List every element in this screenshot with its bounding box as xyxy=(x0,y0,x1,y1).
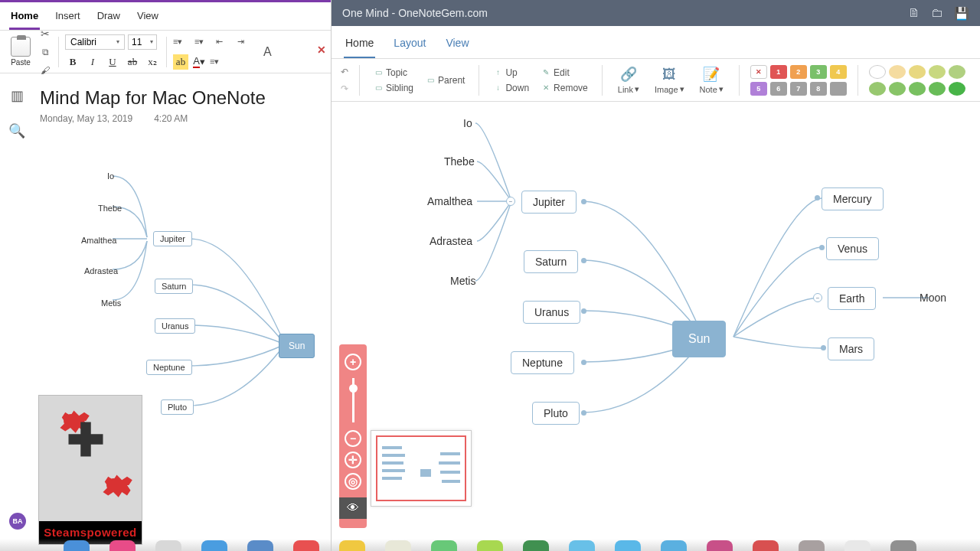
onemind-tab-home[interactable]: Home xyxy=(344,32,375,58)
dock-app[interactable] xyxy=(431,540,457,551)
node-mars[interactable]: Mars xyxy=(828,337,874,360)
outdent-button[interactable]: ⇤ xyxy=(216,34,234,50)
document-icon[interactable]: 🗎 xyxy=(908,6,920,21)
progress-clear[interactable] xyxy=(869,65,886,79)
priority-5[interactable]: 5 xyxy=(750,82,767,96)
font-color-button[interactable]: A▾ xyxy=(191,54,207,70)
dock-app[interactable] xyxy=(293,540,319,551)
dock-app[interactable] xyxy=(339,540,365,551)
dock-app[interactable] xyxy=(615,540,641,551)
minimap-toggle-button[interactable]: 👁 xyxy=(339,497,367,519)
zoom-fit-button[interactable]: ✛ xyxy=(345,452,361,468)
tab-view[interactable]: View xyxy=(136,7,160,30)
steamspowered-widget[interactable]: Steamspowered xyxy=(38,395,142,545)
progress-cell[interactable] xyxy=(909,65,926,79)
collapse-toggle[interactable]: − xyxy=(506,197,515,206)
priority-2[interactable]: 2 xyxy=(790,65,807,79)
strikethrough-button[interactable]: ab xyxy=(125,54,140,70)
up-button[interactable]: ↑Up xyxy=(490,67,532,79)
folder-icon[interactable]: 🗀 xyxy=(931,6,943,21)
highlight-button[interactable]: ab xyxy=(173,54,188,70)
subscript-button[interactable]: x₂ xyxy=(145,54,160,70)
dock-app[interactable] xyxy=(569,540,595,551)
user-avatar[interactable]: BA xyxy=(9,513,26,530)
priority-8[interactable]: 8 xyxy=(810,82,827,96)
zoom-in-button[interactable]: + xyxy=(345,354,361,370)
progress-cell[interactable] xyxy=(889,65,906,79)
progress-done[interactable] xyxy=(949,82,965,96)
leaf-thebe[interactable]: Thebe xyxy=(444,155,475,168)
onenote-mindmap-image[interactable]: Io Thebe Amalthea Adrastea Metis Jupiter… xyxy=(40,138,300,429)
leaf-amalthea[interactable]: Amalthea xyxy=(427,195,472,207)
down-button[interactable]: ↓Down xyxy=(490,82,532,94)
search-icon[interactable]: 🔍 xyxy=(8,122,25,139)
page-title[interactable]: Mind Map for Mac OneNote xyxy=(40,87,322,109)
zoom-slider-thumb[interactable] xyxy=(349,384,358,393)
dock-app[interactable] xyxy=(385,540,411,551)
priority-9[interactable] xyxy=(830,82,847,96)
dock-app[interactable] xyxy=(844,540,871,551)
dock-app[interactable] xyxy=(109,540,136,551)
dock-app[interactable] xyxy=(523,540,549,551)
dock-app[interactable] xyxy=(477,540,503,551)
node-uranus[interactable]: Uranus xyxy=(523,301,580,324)
paste-button[interactable]: Paste xyxy=(6,35,35,68)
edit-button[interactable]: ✎Edit xyxy=(538,67,591,79)
bold-button[interactable]: B xyxy=(65,54,80,70)
priority-clear[interactable]: ✕ xyxy=(750,65,767,79)
remove-button[interactable]: ✕Remove xyxy=(538,82,591,94)
styles-button[interactable]: A xyxy=(263,45,272,59)
minimap-viewport[interactable] xyxy=(376,435,466,501)
dock-app[interactable] xyxy=(201,540,227,551)
dock-app[interactable] xyxy=(247,540,273,551)
collapse-toggle[interactable]: − xyxy=(813,293,822,302)
zoom-out-button[interactable]: − xyxy=(345,430,361,447)
node-earth[interactable]: Earth xyxy=(828,287,876,310)
progress-cell[interactable] xyxy=(929,82,946,96)
leaf-adrastea[interactable]: Adrastea xyxy=(430,235,472,247)
font-family-select[interactable]: Calibri▾ xyxy=(65,34,125,50)
underline-button[interactable]: U xyxy=(105,54,120,70)
node-jupiter[interactable]: Jupiter xyxy=(521,191,577,214)
align-button[interactable]: ≡▾ xyxy=(210,54,228,70)
progress-cell[interactable] xyxy=(929,65,946,79)
node-mercury[interactable]: Mercury xyxy=(822,187,884,210)
topic-button[interactable]: ▭Topic xyxy=(371,67,416,79)
progress-cell[interactable] xyxy=(909,82,926,96)
sibling-button[interactable]: ▭Sibling xyxy=(371,82,416,94)
minimap-panel[interactable] xyxy=(371,430,472,507)
dock-app[interactable] xyxy=(155,540,181,551)
leaf-metis[interactable]: Metis xyxy=(450,275,475,287)
numbered-list-button[interactable]: ≡▾ xyxy=(194,34,213,50)
italic-button[interactable]: I xyxy=(85,54,100,70)
priority-1[interactable]: 1 xyxy=(770,65,787,79)
onemind-tab-view[interactable]: View xyxy=(444,32,470,58)
parent-button[interactable]: ▭Parent xyxy=(423,74,468,86)
priority-6[interactable]: 6 xyxy=(770,82,787,96)
bullet-list-button[interactable]: ≡▾ xyxy=(173,34,191,50)
link-button[interactable]: 🔗Link ▾ xyxy=(613,66,644,94)
priority-4[interactable]: 4 xyxy=(830,65,847,79)
redo-icon[interactable]: ↷ xyxy=(341,83,348,94)
indent-button[interactable]: ⇥ xyxy=(237,34,256,50)
leaf-moon[interactable]: Moon xyxy=(920,292,946,304)
dock-app[interactable] xyxy=(64,540,90,551)
image-button[interactable]: 🖼Image ▾ xyxy=(650,66,689,94)
priority-3[interactable]: 3 xyxy=(810,65,827,79)
node-venus[interactable]: Venus xyxy=(826,237,879,260)
node-pluto[interactable]: Pluto xyxy=(532,402,580,425)
node-saturn[interactable]: Saturn xyxy=(524,250,578,273)
tab-home[interactable]: Home xyxy=(9,7,40,30)
tab-draw[interactable]: Draw xyxy=(96,7,122,30)
notebooks-icon[interactable]: ▥ xyxy=(11,87,24,104)
tab-insert[interactable]: Insert xyxy=(54,7,82,30)
dock-app[interactable] xyxy=(707,540,733,551)
dock-app[interactable] xyxy=(799,540,825,551)
font-size-select[interactable]: 11▾ xyxy=(128,34,157,50)
node-sun[interactable]: Sun xyxy=(672,321,726,357)
leaf-io[interactable]: Io xyxy=(463,117,472,129)
note-button[interactable]: 📝Note ▾ xyxy=(695,66,728,94)
undo-icon[interactable]: ↶ xyxy=(341,67,348,77)
dock-app[interactable] xyxy=(661,540,687,551)
copy-icon[interactable]: ⧉ xyxy=(38,45,52,59)
